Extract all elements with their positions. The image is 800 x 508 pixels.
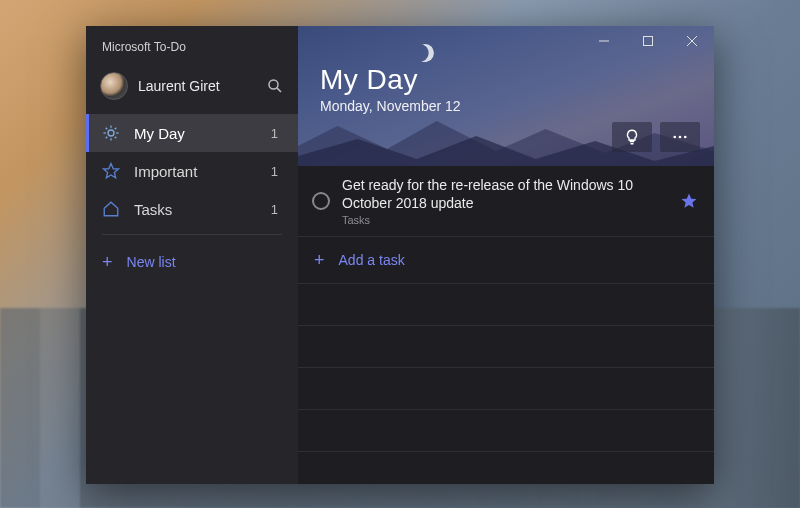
lightbulb-icon [623,128,641,146]
sidebar-item-label: Tasks [134,201,257,218]
svg-rect-13 [644,37,653,46]
star-icon [102,162,120,180]
svg-line-10 [115,128,117,130]
app-title: Microsoft To-Do [86,34,298,66]
more-icon [671,128,689,146]
page-title: My Day [320,64,692,96]
svg-point-2 [108,130,114,136]
user-row[interactable]: Laurent Giret [86,66,298,114]
minimize-icon [599,36,609,46]
svg-line-8 [115,137,117,139]
empty-row [298,368,714,410]
avatar [100,72,128,100]
svg-line-1 [277,88,281,92]
maximize-icon [643,36,653,46]
empty-row [298,410,714,452]
suggestions-button[interactable] [612,122,652,152]
sun-icon [102,124,120,142]
plus-icon: + [102,253,113,271]
task-list: Get ready for the re-release of the Wind… [298,166,714,484]
sidebar-item-tasks[interactable]: Tasks 1 [86,190,298,228]
svg-marker-11 [104,164,119,178]
add-task-button[interactable]: + Add a task [298,237,714,284]
svg-marker-19 [682,194,697,208]
empty-row [298,452,714,484]
svg-point-18 [684,136,687,139]
sidebar-item-important[interactable]: Important 1 [86,152,298,190]
window-minimize-button[interactable] [582,26,626,56]
window-close-button[interactable] [670,26,714,56]
sidebar-item-label: Important [134,163,257,180]
task-row[interactable]: Get ready for the re-release of the Wind… [298,166,714,237]
svg-point-16 [673,136,676,139]
user-name: Laurent Giret [138,78,256,94]
search-button[interactable] [266,77,284,95]
main-panel: My Day Monday, November 12 Get ready for… [298,26,714,484]
search-icon [266,77,284,95]
list-options-button[interactable] [660,122,700,152]
sidebar-item-label: My Day [134,125,257,142]
svg-point-0 [269,80,278,89]
add-task-label: Add a task [339,252,405,268]
star-filled-icon [680,192,698,210]
sidebar: Microsoft To-Do Laurent Giret My Day 1 I… [86,26,298,484]
plus-icon: + [314,251,325,269]
task-star-button[interactable] [680,192,698,210]
sidebar-item-count: 1 [271,126,282,141]
divider [102,234,282,235]
empty-row [298,284,714,326]
empty-row [298,326,714,368]
window-titlebar [298,26,714,56]
task-title: Get ready for the re-release of the Wind… [342,176,668,212]
task-body: Get ready for the re-release of the Wind… [342,176,668,226]
svg-line-7 [106,128,108,130]
sidebar-item-count: 1 [271,164,282,179]
close-icon [687,36,697,46]
new-list-label: New list [127,254,176,270]
svg-point-17 [679,136,682,139]
home-icon [102,200,120,218]
task-complete-checkbox[interactable] [312,192,330,210]
sidebar-item-count: 1 [271,202,282,217]
task-sublist: Tasks [342,214,668,226]
svg-line-9 [106,137,108,139]
sidebar-item-my-day[interactable]: My Day 1 [86,114,298,152]
window-maximize-button[interactable] [626,26,670,56]
new-list-button[interactable]: + New list [86,241,298,283]
app-window: Microsoft To-Do Laurent Giret My Day 1 I… [86,26,714,484]
